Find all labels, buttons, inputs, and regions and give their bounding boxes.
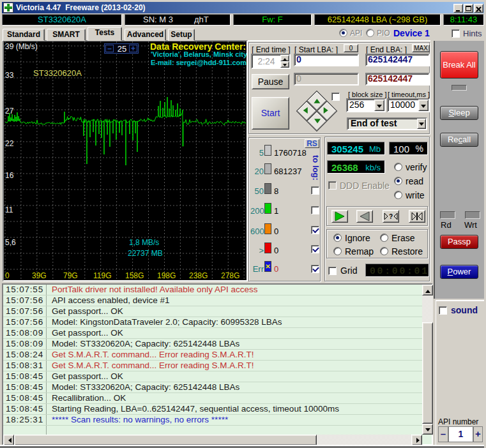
svg-text:?: ? (389, 213, 393, 220)
